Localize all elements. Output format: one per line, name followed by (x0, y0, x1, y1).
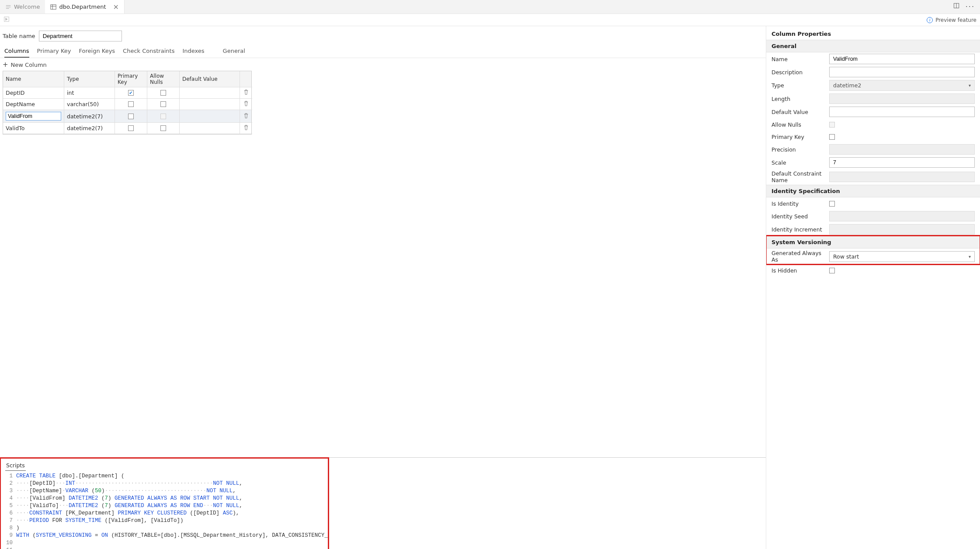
trash-icon[interactable] (243, 124, 249, 132)
header-actions (240, 71, 252, 87)
new-column-label: New Column (11, 62, 47, 68)
default-value-cell[interactable] (180, 110, 240, 123)
plus-icon: + (3, 62, 8, 68)
tab-dbo-department[interactable]: dbo.Department × (45, 0, 124, 14)
prop-name-input[interactable] (829, 54, 975, 64)
table-row[interactable]: datetime2(7) (3, 110, 251, 123)
tab-label: Welcome (14, 3, 40, 10)
toolbar-row: i Preview feature (0, 14, 980, 26)
table-row[interactable]: ValidTodatetime2(7) (3, 123, 251, 134)
info-icon: i (927, 17, 933, 23)
trash-icon[interactable] (243, 100, 249, 108)
column-type-cell[interactable]: int (64, 87, 115, 99)
prop-precision-label: Precision (771, 146, 827, 153)
prop-scale-input[interactable] (829, 157, 975, 168)
prop-gaa-label: Generated Always As (771, 250, 827, 263)
section-identity: Identity Specification (766, 185, 980, 197)
section-general: General (766, 40, 980, 52)
pk-checkbox[interactable] (128, 125, 134, 131)
tab-primary-key[interactable]: Primary Key (37, 45, 71, 58)
tab-welcome[interactable]: Welcome (0, 0, 45, 14)
prop-is-identity-label: Is Identity (771, 200, 827, 207)
header-default: Default Value (180, 71, 240, 87)
header-type: Type (64, 71, 115, 87)
prop-hidden-checkbox[interactable] (829, 268, 835, 273)
scripts-editor[interactable]: 1234567891011 CREATE TABLE [dbo].[Depart… (0, 471, 329, 549)
prop-length-label: Length (771, 96, 827, 102)
pk-checkbox[interactable] (128, 114, 134, 119)
columns-table: Name Type Primary Key Allow Nulls Defaul… (3, 71, 252, 135)
prop-name-label: Name (771, 56, 827, 62)
prop-pk-label: Primary Key (771, 134, 827, 140)
table-name-row: Table name (0, 26, 766, 45)
prop-length-input (829, 93, 975, 104)
column-type-cell[interactable]: datetime2(7) (64, 110, 115, 123)
column-name-input[interactable] (6, 112, 61, 121)
table-name-label: Table name (3, 33, 35, 39)
prop-scale-label: Scale (771, 159, 827, 166)
designer-tabs: Columns Primary Key Foreign Keys Check C… (0, 45, 766, 58)
trash-icon[interactable] (243, 113, 249, 120)
pk-checkbox[interactable] (128, 101, 134, 107)
header-allow-nulls: Allow Nulls (147, 71, 180, 87)
tab-foreign-keys[interactable]: Foreign Keys (79, 45, 115, 58)
pk-checkbox[interactable] (128, 90, 134, 96)
prop-hidden-label: Is Hidden (771, 267, 827, 274)
more-icon[interactable]: ··· (966, 3, 975, 11)
allow-nulls-checkbox[interactable] (160, 90, 166, 96)
prop-is-identity-checkbox[interactable] (829, 201, 835, 207)
scripts-tab[interactable]: Scripts (5, 460, 26, 471)
column-name-cell[interactable]: DeptName (3, 99, 64, 110)
table-icon (50, 4, 56, 10)
prop-default-label: Default Value (771, 109, 827, 115)
prop-increment-label: Identity Increment (771, 226, 827, 233)
column-name-cell[interactable]: ValidTo (3, 123, 64, 134)
table-row[interactable]: DeptIDint (3, 87, 251, 99)
prop-precision-input (829, 144, 975, 155)
prop-type-label: Type (771, 82, 827, 89)
chevron-down-icon: ▾ (969, 83, 971, 88)
allow-nulls-checkbox[interactable] (160, 101, 166, 107)
split-editor-icon[interactable] (953, 3, 959, 11)
editor-tabs-bar: Welcome dbo.Department × ··· (0, 0, 980, 14)
chevron-down-icon: ▾ (969, 254, 971, 259)
default-value-cell[interactable] (180, 87, 240, 99)
close-icon[interactable]: × (113, 3, 119, 10)
tab-general[interactable]: General (223, 45, 245, 58)
column-type-cell[interactable]: datetime2(7) (64, 123, 115, 134)
prop-gaa-select[interactable]: Row start ▾ (829, 251, 975, 262)
panel-title: Column Properties (766, 26, 980, 40)
new-column-button[interactable]: + New Column (0, 58, 766, 71)
tab-columns[interactable]: Columns (4, 45, 29, 58)
svg-rect-0 (51, 4, 56, 9)
prop-pk-checkbox[interactable] (829, 134, 835, 140)
tab-label: dbo.Department (59, 3, 106, 10)
section-versioning: System Versioning (766, 236, 980, 249)
prop-allow-nulls-checkbox (829, 122, 835, 128)
header-pk: Primary Key (115, 71, 147, 87)
table-name-input[interactable] (39, 31, 122, 41)
table-row[interactable]: DeptNamevarchar(50) (3, 99, 251, 110)
prop-type-select[interactable]: datetime2 ▾ (829, 80, 975, 91)
default-value-cell[interactable] (180, 123, 240, 134)
prop-dcn-input (829, 172, 975, 182)
prop-seed-input (829, 211, 975, 221)
preview-feature-label: Preview feature (935, 17, 977, 23)
column-name-cell[interactable]: DeptID (3, 87, 64, 99)
column-type-cell[interactable]: varchar(50) (64, 99, 115, 110)
default-value-cell[interactable] (180, 99, 240, 110)
trash-icon[interactable] (243, 89, 249, 97)
allow-nulls-checkbox[interactable] (160, 125, 166, 131)
prop-description-input[interactable] (829, 67, 975, 77)
allow-nulls-checkbox (160, 114, 166, 119)
prop-dcn-label: Default Constraint Name (771, 170, 827, 183)
run-icon[interactable] (3, 16, 10, 24)
tab-indexes[interactable]: Indexes (182, 45, 204, 58)
tab-check-constraints[interactable]: Check Constraints (123, 45, 174, 58)
column-properties-panel: Column Properties General Name Descripti… (766, 26, 980, 549)
prop-description-label: Description (771, 69, 827, 76)
prop-seed-label: Identity Seed (771, 213, 827, 220)
header-name: Name (3, 71, 64, 87)
welcome-icon (5, 4, 11, 10)
prop-default-input[interactable] (829, 107, 975, 117)
